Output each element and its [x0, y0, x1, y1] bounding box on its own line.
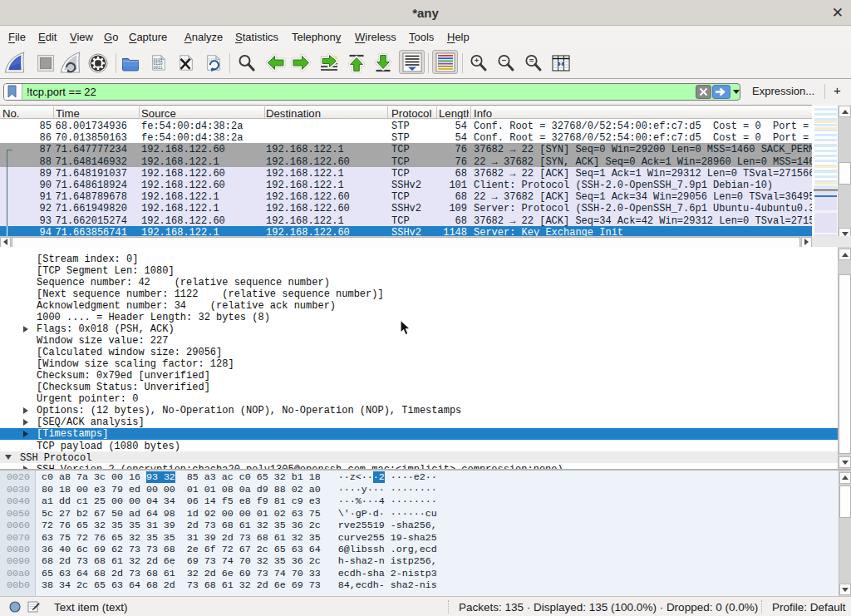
svg-text:+: +	[475, 56, 480, 65]
svg-text:=: =	[529, 56, 534, 65]
svg-text:0011: 0011	[154, 66, 163, 70]
svg-text:−: −	[502, 56, 507, 65]
